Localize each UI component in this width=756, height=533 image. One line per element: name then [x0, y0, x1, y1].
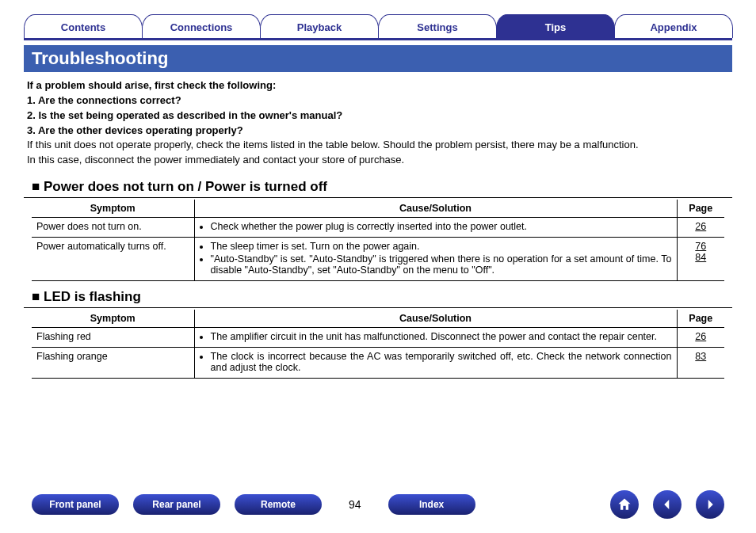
- tab-settings[interactable]: Settings: [378, 14, 497, 38]
- btn-index[interactable]: Index: [388, 494, 475, 515]
- bottom-nav: Front panel Rear panel Remote 94 Index: [0, 490, 756, 519]
- page-number: 94: [336, 498, 374, 511]
- tab-playback[interactable]: Playback: [260, 14, 379, 38]
- page-link[interactable]: 26: [682, 221, 720, 232]
- prev-page-icon[interactable]: [653, 490, 682, 519]
- th-symptom: Symptom: [32, 200, 194, 218]
- cell-cause: Check whether the power plug is correctl…: [194, 218, 677, 238]
- cause-item: The clock is incorrect because the AC wa…: [211, 351, 672, 373]
- intro-block: If a problem should arise, first check t…: [24, 72, 732, 171]
- cell-page: 83: [677, 348, 724, 379]
- tab-appendix[interactable]: Appendix: [614, 14, 733, 38]
- table-header-row: Symptom Cause/Solution Page: [32, 200, 724, 218]
- cell-symptom: Flashing red: [32, 328, 194, 348]
- subhead-power: Power does not turn on / Power is turned…: [24, 179, 732, 198]
- page-link[interactable]: 76: [682, 241, 720, 252]
- top-tab-row: Contents Connections Playback Settings T…: [24, 14, 732, 40]
- btn-remote[interactable]: Remote: [235, 494, 322, 515]
- table-header-row: Symptom Cause/Solution Page: [32, 310, 724, 328]
- table-row: Flashing red The amplifier circuit in th…: [32, 328, 724, 348]
- table-row: Flashing orange The clock is incorrect b…: [32, 348, 724, 379]
- intro-bold-3: 3. Are the other devices operating prope…: [27, 124, 729, 139]
- page-link[interactable]: 26: [682, 331, 720, 342]
- intro-bold-1: 1. Are the connections correct?: [27, 93, 729, 109]
- btn-rear-panel[interactable]: Rear panel: [133, 494, 220, 515]
- th-symptom: Symptom: [32, 310, 194, 328]
- th-cause: Cause/Solution: [194, 310, 677, 328]
- cause-item: The sleep timer is set. Turn on the powe…: [211, 241, 672, 252]
- section-title: Troubleshooting: [24, 45, 732, 72]
- table-row: Power automatically turns off. The sleep…: [32, 238, 724, 281]
- tab-tips[interactable]: Tips: [496, 14, 615, 38]
- cell-cause: The clock is incorrect because the AC wa…: [194, 348, 677, 379]
- cell-symptom: Power does not turn on.: [32, 218, 194, 238]
- tab-connections[interactable]: Connections: [142, 14, 261, 38]
- cell-page: 76 84: [677, 238, 724, 281]
- cell-page: 26: [677, 328, 724, 348]
- table-row: Power does not turn on. Check whether th…: [32, 218, 724, 238]
- tab-contents[interactable]: Contents: [24, 14, 143, 38]
- cell-cause: The sleep timer is set. Turn on the powe…: [194, 238, 677, 281]
- subhead-led: LED is flashing: [24, 289, 732, 308]
- intro-bold-0: If a problem should arise, first check t…: [27, 78, 729, 93]
- cell-page: 26: [677, 218, 724, 238]
- th-page: Page: [677, 200, 724, 218]
- intro-bold-2: 2. Is the set being operated as describe…: [27, 109, 729, 124]
- cause-item: The amplifier circuit in the unit has ma…: [211, 331, 672, 342]
- intro-body-0: If this unit does not operate properly, …: [27, 138, 729, 153]
- page-link[interactable]: 84: [682, 252, 720, 263]
- next-page-icon[interactable]: [696, 490, 724, 519]
- cause-item: Check whether the power plug is correctl…: [211, 221, 672, 232]
- table-power: Symptom Cause/Solution Page Power does n…: [32, 200, 724, 281]
- cell-cause: The amplifier circuit in the unit has ma…: [194, 328, 677, 348]
- btn-front-panel[interactable]: Front panel: [32, 494, 119, 515]
- page-link[interactable]: 83: [682, 351, 720, 362]
- th-cause: Cause/Solution: [194, 200, 677, 218]
- th-page: Page: [677, 310, 724, 328]
- home-icon[interactable]: [610, 490, 639, 519]
- intro-body-1: In this case, disconnect the power immed…: [27, 153, 729, 168]
- cell-symptom: Flashing orange: [32, 348, 194, 379]
- cell-symptom: Power automatically turns off.: [32, 238, 194, 281]
- table-led: Symptom Cause/Solution Page Flashing red…: [32, 310, 724, 379]
- cause-item: "Auto-Standby" is set. "Auto-Standby" is…: [211, 253, 672, 276]
